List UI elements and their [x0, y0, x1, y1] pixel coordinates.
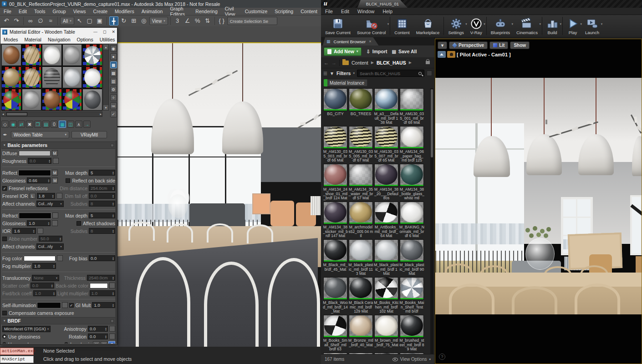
- radio-use-glossiness[interactable]: Use glossiness: [2, 334, 41, 339]
- map-button[interactable]: M: [52, 150, 58, 156]
- cinematics-button[interactable]: Cinematics▾: [513, 16, 541, 36]
- me-menu-material[interactable]: Material: [21, 37, 45, 42]
- max-viewport[interactable]: [117, 42, 321, 347]
- parameters-scrollbar[interactable]: [115, 141, 117, 344]
- maximize-icon[interactable]: ◻: [103, 30, 106, 34]
- map-button[interactable]: M: [52, 170, 58, 176]
- me-menu-navigation[interactable]: Navigation: [45, 37, 74, 42]
- spinner-field[interactable]: 1.0▲▼: [27, 220, 51, 226]
- spinner-field[interactable]: 50.0▲▼: [39, 236, 62, 242]
- spinner-field[interactable]: 1.0▲▼: [90, 290, 115, 296]
- lock-icon[interactable]: [426, 61, 430, 64]
- sample-display-icon[interactable]: ●: [110, 53, 117, 60]
- material-tool-icon[interactable]: ▦: [59, 121, 66, 128]
- rollout-basic-parameters[interactable]: ▾ Basic parameters: [1, 142, 116, 149]
- max-menu-scripting[interactable]: Scripting: [271, 9, 297, 14]
- angle-snap-toggle-icon[interactable]: ∠: [183, 16, 192, 25]
- sample-slot[interactable]: [62, 44, 82, 66]
- checkbox-fresnel-reflections[interactable]: ✓Fresnel reflections: [2, 186, 48, 191]
- ue-viewport[interactable]: ▾ Perspective Lit Show [ Pilot Active - …: [435, 39, 642, 364]
- axis-button-z[interactable]: Z: [108, 341, 115, 344]
- map-button[interactable]: M: [52, 177, 58, 183]
- sample-slot[interactable]: [82, 89, 102, 111]
- save-search-icon[interactable]: [427, 71, 432, 76]
- asset-tile[interactable]: M_black_plastic_mtl_brdf 90 Mat: [399, 239, 424, 277]
- asset-tile[interactable]: M_AM134_38_20___Defaultfos: [374, 164, 399, 201]
- marketplace-button[interactable]: Marketplace: [413, 16, 443, 36]
- view-options-button[interactable]: View Options ▾: [392, 357, 431, 362]
- asset-tile[interactable]: M_AM134_38_bottle_glass_white mtl: [399, 164, 424, 201]
- ue-menu-help[interactable]: Help: [378, 9, 397, 14]
- sample-display-icon[interactable]: ▥: [110, 78, 117, 85]
- ue-menu-edit[interactable]: Edit: [337, 9, 353, 14]
- spinner-field[interactable]: 0.0▲▼: [28, 158, 51, 164]
- spinner-field[interactable]: 1.0▲▼: [33, 290, 56, 296]
- map-slot-button[interactable]: [62, 302, 68, 308]
- unlink-selection-icon[interactable]: ∅: [36, 16, 45, 25]
- axis-button-x[interactable]: X: [93, 341, 100, 344]
- scroll-right-icon[interactable]: ▸: [100, 112, 102, 116]
- spinner-field[interactable]: 5▲▼: [89, 170, 115, 176]
- color-swatch[interactable]: [19, 170, 51, 176]
- radio-local-axis[interactable]: Local axis: [64, 342, 92, 344]
- sample-display-icon[interactable]: ≔: [110, 102, 117, 109]
- use-pivot-point-icon[interactable]: ◎: [139, 16, 148, 25]
- material-tool-icon[interactable]: 0: [51, 121, 58, 128]
- chevron-down-icon[interactable]: ▾: [539, 22, 541, 26]
- asset-tile[interactable]: M_AM130_035_003_mtl_brdf 66 Mat: [323, 126, 348, 163]
- checkbox-reflect-on-back-side[interactable]: Reflect on back side: [66, 178, 115, 183]
- spinner-field[interactable]: 8▲▼: [89, 228, 115, 234]
- breadcrumb-content[interactable]: Content: [352, 60, 368, 66]
- asset-tile[interactable]: M_Books_Small_Shelf_mtl brdf 63: [323, 315, 348, 352]
- settings-button[interactable]: Settings▾: [445, 16, 467, 36]
- asset-tile[interactable]: M_brown_mtl_brdf_75_Mat: [374, 315, 399, 352]
- scrollbar-thumb[interactable]: [6, 112, 27, 116]
- max-menu-file[interactable]: File: [0, 9, 15, 14]
- material-tool-icon[interactable]: ◫: [67, 121, 74, 128]
- sample-slot[interactable]: [1, 44, 21, 66]
- spinner-field[interactable]: 1.8▲▼: [37, 193, 55, 199]
- sample-display-icon[interactable]: ✓: [110, 111, 117, 117]
- spinner-field[interactable]: 1.0▲▼: [32, 263, 56, 269]
- sample-slot[interactable]: [22, 66, 42, 88]
- taskbar-window-maxscript[interactable]: MAXScript Min: [0, 356, 34, 363]
- ue-level-tab[interactable]: BLCK_HAUS_01: [357, 0, 408, 8]
- asset-tile[interactable]: M_black_plastic_mtl_brdf 113 Mat: [348, 239, 373, 277]
- max-menu-customize[interactable]: Customize: [241, 9, 271, 14]
- play-button[interactable]: Play▾: [564, 16, 582, 36]
- map-slot-button[interactable]: [53, 158, 59, 164]
- select-and-link-icon[interactable]: ∞: [26, 16, 35, 25]
- color-swatch[interactable]: [90, 283, 108, 288]
- source-control-button[interactable]: Source Control▾: [354, 16, 389, 36]
- asset-tile[interactable]: M_AM134_35_water_mtl_brdf 57 Mat: [348, 164, 373, 201]
- rectangular-selection-region-icon[interactable]: ▣: [95, 16, 104, 25]
- asset-tile[interactable]: M_AM134_24_shoe_01_mtl_brdf 124 Mat: [323, 164, 348, 201]
- asset-tile[interactable]: BG_TREES: [348, 88, 373, 126]
- create-selection-set-input[interactable]: Create Selection Se: [227, 17, 277, 25]
- lock-button[interactable]: L: [30, 193, 36, 199]
- select-and-scale-icon[interactable]: ⊞: [129, 16, 138, 25]
- percent-snap-toggle-icon[interactable]: %: [193, 16, 202, 25]
- spinner-field[interactable]: 0.0▲▼: [89, 193, 115, 199]
- pick-material-icon[interactable]: ✒: [1, 132, 9, 138]
- add-new-button[interactable]: Add New ▾: [324, 47, 362, 56]
- select-by-name-icon[interactable]: ▢: [85, 16, 94, 25]
- sample-slot[interactable]: [82, 66, 102, 88]
- map-slot-button[interactable]: [109, 283, 115, 288]
- sample-display-icon[interactable]: ✧: [110, 94, 117, 101]
- asset-grid-scrollbar[interactable]: [430, 88, 433, 354]
- material-type-button[interactable]: VRayMtl: [71, 131, 107, 138]
- max-menu-animation[interactable]: Animation: [138, 9, 167, 14]
- v-ray-button[interactable]: V-Ray▾: [467, 16, 485, 36]
- filter-chip-material-instance[interactable]: Material Instance: [323, 79, 367, 86]
- save-all-button[interactable]: ▤ Save All: [392, 49, 417, 54]
- close-icon[interactable]: ✕: [112, 30, 115, 34]
- material-tool-icon[interactable]: ∧: [75, 121, 82, 128]
- asset-tile[interactable]: M_black_plastic_mtl_brdf 1 Mat: [374, 239, 399, 277]
- me-menu-modes[interactable]: Modes: [0, 37, 21, 42]
- scroll-left-icon[interactable]: ◂: [2, 112, 4, 116]
- color-swatch[interactable]: [19, 213, 51, 218]
- checkbox-abbe-number[interactable]: Abbe number: [2, 236, 37, 242]
- reference-coordinate-system[interactable]: View▾: [149, 17, 168, 25]
- color-swatch[interactable]: [19, 151, 51, 156]
